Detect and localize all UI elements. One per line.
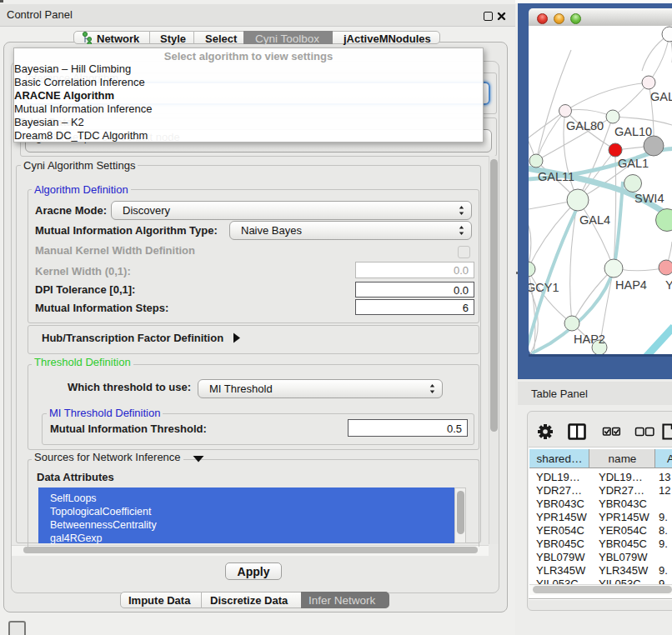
- svg-text:GAL11: GAL11: [538, 170, 574, 183]
- svg-text:HAP2: HAP2: [574, 332, 605, 346]
- svg-text:YL: YL: [665, 278, 672, 292]
- svg-text:GAL1: GAL1: [618, 157, 649, 170]
- svg-text:GCY1: GCY1: [529, 281, 559, 294]
- svg-text:GAL7: GAL7: [650, 90, 672, 103]
- svg-text:GAL4: GAL4: [579, 213, 610, 227]
- svg-text:GAL10: GAL10: [614, 125, 652, 138]
- svg-text:GAL80: GAL80: [566, 119, 604, 132]
- svg-text:SWI4: SWI4: [634, 192, 664, 205]
- svg-text:HAP4: HAP4: [615, 278, 647, 292]
